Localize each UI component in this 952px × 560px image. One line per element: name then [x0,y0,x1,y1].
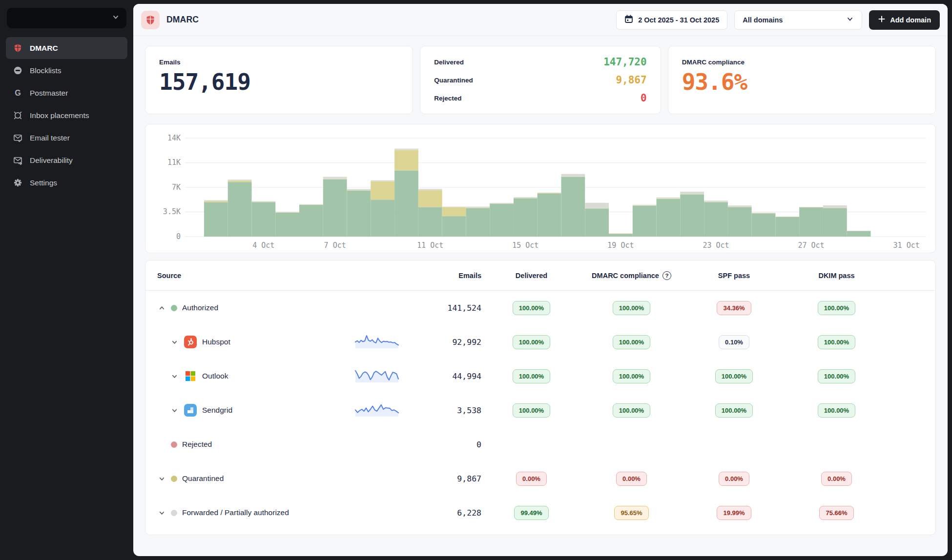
sidebar-item-label: Inbox placements [30,111,89,120]
chevron-down-icon [846,15,854,24]
table-row-forwarded-partially-authorized[interactable]: Forwarded / Partially authorized6,22899.… [145,496,935,530]
chevron-down-icon[interactable] [170,372,179,380]
envelope-arrow-icon [13,156,22,165]
sidebar-item-blocklists[interactable]: Blocklists [6,60,127,81]
sidebar-item-inbox-placements[interactable]: Inbox placements [6,104,127,126]
col-source: Source [157,272,354,280]
percent-badge: 100.00% [715,369,753,383]
chevron-down-icon[interactable] [170,406,179,415]
table-row-outlook[interactable]: Outlook 44,994100.00%100.00%100.00%100.0… [145,359,935,393]
table-row-quarantined[interactable]: Quarantined9,8670.00%0.00%0.00%0.00% [145,461,935,496]
percent-badge: 100.00% [513,301,550,315]
emails-value: 157,619 [159,69,399,95]
col-delivered: Delivered [481,272,581,280]
percent-badge: 0.00% [821,472,852,486]
percent-badge: 100.00% [513,369,550,383]
sidebar-item-settings[interactable]: Settings [6,172,127,194]
table-row-authorized[interactable]: Authorized141,524100.00%100.00%34.36%100… [145,291,935,325]
svg-text:7 Oct: 7 Oct [324,241,346,250]
dmarc-app-icon [141,11,160,29]
percent-badge: 0.10% [719,335,749,349]
source-cell: Outlook [157,370,354,382]
page-header: DMARC 2 Oct 2025 - 31 Oct 2025 [133,4,948,36]
percent-badge: 95.65% [614,506,648,520]
hubspot-icon [184,336,197,348]
emails-count: 3,538 [408,406,481,415]
delivered-value: 147,720 [603,56,647,68]
percent-badge: 75.66% [819,506,853,520]
chevron-down-icon[interactable] [157,474,166,483]
percent-badge: 34.36% [717,301,751,315]
rejected-row: Rejected 0 [434,92,646,104]
svg-text:14K: 14K [167,134,181,142]
source-cell: Rejected [157,440,354,449]
stat-cards: Emails 157,619 Delivered 147,720 Quarant… [133,36,948,117]
delivered-row: Delivered 147,720 [434,56,646,68]
google-g-icon: G [13,88,22,98]
col-spf-pass: SPF pass [682,272,786,280]
domain-filter-select[interactable]: All domains [734,10,862,30]
main-panel: DMARC 2 Oct 2025 - 31 Oct 2025 [133,4,948,556]
table-row-rejected[interactable]: Rejected0 [145,427,935,461]
plus-icon [878,15,886,24]
disposition-card: Delivered 147,720 Quarantined 9,867 Reje… [420,46,661,114]
source-name: Sendgrid [202,406,232,415]
percent-badge: 0.00% [719,472,749,486]
chevron-down-icon[interactable] [170,338,179,346]
percent-badge: 100.00% [818,335,855,349]
svg-text:23 Oct: 23 Oct [703,241,729,250]
table-row-hubspot[interactable]: Hubspot 92,992100.00%100.00%0.10%100.00% [145,325,935,359]
emails-card: Emails 157,619 [145,46,413,114]
sparkline [354,367,399,383]
gear-icon [13,178,22,188]
table-body: Authorized141,524100.00%100.00%34.36%100… [145,291,935,530]
source-status-dot [171,510,177,516]
sidebar-item-label: Settings [30,179,57,187]
shield-icon [145,15,156,25]
percent-badge: 0.00% [616,472,647,486]
percent-badge: 19.99% [717,506,751,520]
source-cell: Hubspot [157,336,354,348]
sidebar-item-label: Deliverability [30,156,73,165]
source-status-dot [171,476,177,482]
help-icon[interactable]: ? [662,271,671,280]
rejected-value: 0 [641,92,647,104]
add-domain-button[interactable]: Add domain [869,10,940,30]
chevron-up-icon[interactable] [157,303,166,312]
quarantined-value: 9,867 [616,74,646,86]
compliance-value: 93.6% [682,69,922,95]
emails-stacked-bar-chart: 03.5K7K11K14K4 Oct7 Oct11 Oct15 Oct19 Oc… [145,124,935,253]
sparkline [354,333,399,349]
svg-text:11K: 11K [167,158,181,167]
percent-badge: 100.00% [613,403,650,418]
source-name: Quarantined [182,474,224,483]
percent-badge: 100.00% [513,335,550,349]
table-row-sendgrid[interactable]: Sendgrid 3,538100.00%100.00%100.00%100.0… [145,393,935,427]
date-range-picker[interactable]: 2 Oct 2025 - 31 Oct 2025 [616,10,727,30]
emails-label: Emails [159,59,399,66]
svg-text:15 Oct: 15 Oct [512,241,538,250]
source-status-dot [171,305,177,311]
sidebar-item-deliverability[interactable]: Deliverability [6,149,127,171]
sidebar-item-label: Postmaster [30,89,68,98]
page-title: DMARC [166,15,199,25]
svg-text:31 Oct: 31 Oct [893,241,920,250]
sidebar-item-postmaster[interactable]: G Postmaster [6,82,127,104]
emails-count: 9,867 [408,474,481,483]
sidebar-menu: DMARC BlocklistsG Postmaster Inbox place… [0,37,133,194]
percent-badge: 99.49% [514,506,548,520]
sidebar: DMARC BlocklistsG Postmaster Inbox place… [0,0,133,560]
envelope-check-icon [13,133,22,143]
col-dmarc-compliance: DMARC compliance ? [581,271,682,280]
emails-count: 92,992 [408,338,481,347]
emails-count: 6,228 [408,508,481,518]
percent-badge: 100.00% [613,335,650,349]
sidebar-item-dmarc[interactable]: DMARC [6,37,127,59]
date-range-label: 2 Oct 2025 - 31 Oct 2025 [638,16,719,24]
sidebar-item-email-tester[interactable]: Email tester [6,127,127,149]
chevron-down-icon[interactable] [157,508,166,517]
percent-badge: 0.00% [516,472,547,486]
emails-count: 0 [408,440,481,449]
compliance-card: DMARC compliance 93.6% [668,46,936,114]
workspace-selector[interactable] [7,8,126,28]
